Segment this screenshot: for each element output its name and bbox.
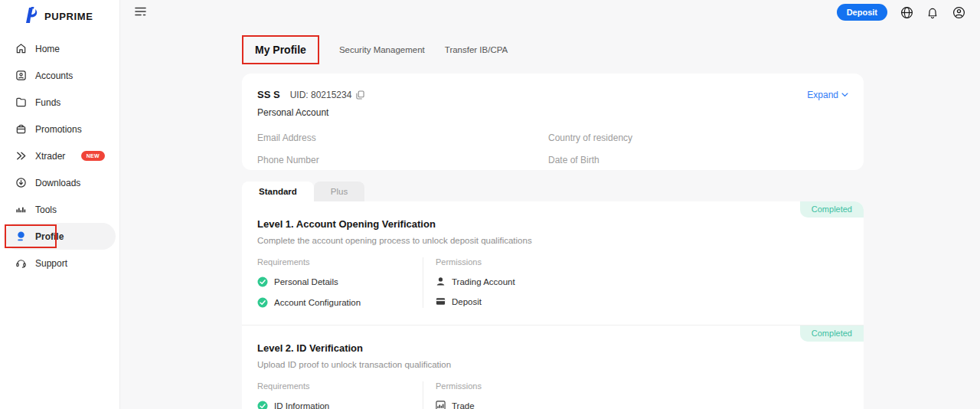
profile-icon: [15, 231, 27, 243]
promotions-icon: [15, 123, 27, 136]
sidebar-item-funds[interactable]: Funds: [4, 89, 116, 116]
field-country-of-residency: Country of residency: [548, 133, 848, 143]
level-2-section: Completed Level 2. ID Verification Uploa…: [242, 325, 864, 409]
level-2-title: Level 2. ID Verification: [257, 342, 848, 354]
sidebar-item-profile[interactable]: Profile: [4, 223, 116, 250]
level-2-subtitle: Upload ID proof to unlock transaction qu…: [257, 360, 848, 369]
verification-card: Completed Level 1. Account Opening Verif…: [242, 201, 864, 409]
xtrader-icon: [15, 150, 27, 162]
requirements-column: Requirements ID Information ID Photo: [257, 381, 423, 409]
verification-tabs: Standard Plus: [242, 182, 864, 201]
page-tabs: My Profile Security Management Transfer …: [242, 35, 864, 64]
permission-deposit: Deposit: [436, 296, 515, 306]
permission-label: Deposit: [452, 297, 482, 306]
expand-link[interactable]: Expand: [807, 90, 848, 100]
sidebar-item-label: Tools: [35, 204, 57, 215]
permission-label: Trading Account: [452, 277, 515, 286]
sidebar-item-label: Accounts: [35, 70, 73, 81]
requirement-label: Personal Details: [274, 277, 338, 286]
sidebar-item-promotions[interactable]: Promotions: [4, 116, 116, 142]
profile-summary-card: SS S UID: 80215234 Expand Personal Accou…: [242, 74, 864, 170]
requirements-header: Requirements: [257, 381, 423, 391]
sidebar-item-accounts[interactable]: Accounts: [4, 62, 116, 89]
topbar-actions: Deposit: [837, 4, 965, 21]
permission-label: Trade: [452, 401, 475, 409]
sidebar-item-label: Home: [35, 44, 60, 54]
topbar: Deposit: [119, 0, 980, 26]
level-1-subtitle: Complete the account opening process to …: [257, 236, 848, 245]
field-phone-number: Phone Number: [257, 155, 548, 165]
sidebar-item-label: Downloads: [35, 178, 80, 188]
requirement-label: ID Information: [274, 401, 329, 409]
requirements-column: Requirements Personal Details Account Co…: [257, 257, 423, 308]
requirement-id-information: ID Information: [257, 401, 423, 409]
sidebar: PUPRIME Home Accounts Funds Promotions: [0, 0, 119, 409]
check-circle-icon: [257, 276, 268, 287]
collapse-menu-icon[interactable]: [135, 7, 146, 19]
requirements-header: Requirements: [257, 257, 423, 267]
tab-transfer-ib-cpa[interactable]: Transfer IB/CPA: [445, 45, 508, 54]
sidebar-nav: Home Accounts Funds Promotions Xtrader: [0, 35, 119, 276]
profile-fields: Email Address Country of residency Phone…: [257, 133, 848, 165]
accounts-icon: [15, 70, 27, 82]
account-icon[interactable]: [952, 5, 965, 19]
downloads-icon: [15, 177, 27, 189]
sidebar-item-label: Promotions: [35, 124, 82, 135]
tab-plus[interactable]: Plus: [314, 182, 364, 201]
deposit-button[interactable]: Deposit: [837, 4, 887, 21]
sidebar-item-label: Support: [35, 258, 67, 269]
sidebar-item-support[interactable]: Support: [4, 250, 116, 276]
profile-name: SS S: [257, 89, 280, 100]
sidebar-item-label: Funds: [35, 97, 60, 108]
permissions-column: Permissions Trading Account Deposit: [423, 257, 515, 308]
puprime-logo-icon: [23, 6, 39, 26]
tab-security-management[interactable]: Security Management: [339, 45, 425, 54]
brand-name: PUPRIME: [44, 11, 93, 22]
chart-icon: [436, 401, 446, 409]
chevron-down-icon: [841, 93, 848, 97]
status-badge: Completed: [800, 326, 864, 342]
support-icon: [15, 257, 27, 270]
tools-icon: [15, 204, 27, 216]
level-1-title: Level 1. Account Opening Verification: [257, 218, 848, 230]
permissions-column: Permissions Trade: [423, 381, 482, 409]
field-email-address: Email Address: [257, 133, 548, 143]
account-type: Personal Account: [257, 107, 848, 118]
brand-logo[interactable]: PUPRIME: [0, 0, 119, 26]
expand-label: Expand: [807, 90, 838, 100]
level-2-columns: Requirements ID Information ID Photo Per…: [257, 381, 848, 409]
permissions-header: Permissions: [436, 257, 515, 267]
level-1-columns: Requirements Personal Details Account Co…: [257, 257, 848, 308]
sidebar-item-label: Xtrader: [35, 151, 65, 162]
check-circle-icon: [257, 297, 268, 308]
requirement-label: Account Configuration: [274, 298, 361, 307]
profile-header-row: SS S UID: 80215234 Expand: [257, 89, 848, 100]
new-badge: NEW: [81, 151, 105, 161]
person-icon: [436, 276, 446, 286]
sidebar-item-tools[interactable]: Tools: [4, 196, 116, 223]
level-1-section: Completed Level 1. Account Opening Verif…: [242, 201, 864, 325]
tab-my-profile[interactable]: My Profile: [242, 35, 319, 64]
permission-trade: Trade: [436, 401, 482, 409]
tab-standard[interactable]: Standard: [242, 182, 314, 201]
globe-icon[interactable]: [900, 5, 913, 19]
copy-icon[interactable]: [356, 90, 364, 100]
card-icon: [436, 296, 446, 306]
profile-uid: UID: 80215234: [290, 90, 352, 100]
sidebar-item-label: Profile: [35, 231, 64, 242]
home-icon: [15, 43, 27, 55]
sidebar-item-home[interactable]: Home: [4, 35, 116, 62]
status-badge: Completed: [800, 201, 864, 218]
requirement-account-configuration: Account Configuration: [257, 297, 423, 308]
main-content: My Profile Security Management Transfer …: [242, 26, 864, 409]
permissions-header: Permissions: [436, 381, 482, 391]
sidebar-item-xtrader[interactable]: Xtrader NEW: [4, 142, 116, 169]
bell-icon[interactable]: [926, 5, 939, 19]
permission-trading-account: Trading Account: [436, 276, 515, 286]
requirement-personal-details: Personal Details: [257, 276, 423, 287]
sidebar-item-downloads[interactable]: Downloads: [4, 169, 116, 196]
check-circle-icon: [257, 401, 268, 409]
field-date-of-birth: Date of Birth: [548, 155, 848, 165]
funds-icon: [15, 97, 27, 109]
